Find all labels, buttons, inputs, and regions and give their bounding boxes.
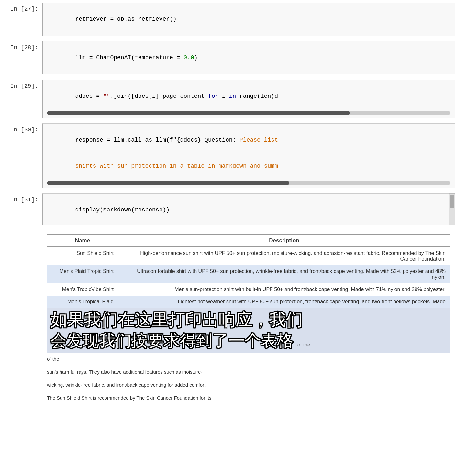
markdown-table: Name Description Sun Shield Shirt High-p… bbox=[47, 234, 450, 308]
summary-paragraph: of the bbox=[47, 353, 450, 366]
code-line-27-1: retriever = db.as_retriever() bbox=[47, 6, 450, 32]
code-string: and summ bbox=[250, 163, 278, 169]
cell-28: In [28]: llm = ChatOpenAI(temperature = … bbox=[0, 39, 455, 77]
subtitle-line1: 如果我们在这里打印出响应，我们 bbox=[47, 309, 450, 331]
code-text: i bbox=[218, 93, 229, 99]
code-line-30-1: response = llm.call_as_llm(f"{qdocs} Que… bbox=[47, 127, 450, 153]
table-row: Sun Shield Shirt High-performance sun sh… bbox=[47, 247, 450, 265]
summary-line-4: The Sun Shield Shirt is recommended by T… bbox=[47, 395, 211, 401]
scrollbar-thumb-30 bbox=[47, 181, 289, 185]
cell-content-30[interactable]: response = llm.call_as_llm(f"{qdocs} Que… bbox=[42, 123, 455, 188]
notebook: In [27]: retriever = db.as_retriever() I… bbox=[0, 0, 455, 411]
subtitle-line2-text: 会发现我们按要求得到了一个表格 bbox=[50, 332, 293, 350]
cell-content-29[interactable]: qdocs = "".join([docs[i].page_content fo… bbox=[42, 80, 455, 118]
output-cell-31: Name Description Sun Shield Shirt High-p… bbox=[0, 228, 455, 411]
cell-label-29: In [29]: bbox=[0, 80, 42, 93]
horizontal-scrollbar-30[interactable] bbox=[47, 181, 450, 185]
table-row: Men's Tropical Plaid Lightest hot-weathe… bbox=[47, 296, 450, 308]
summary-line-3: wicking, wrinkle-free fabric, and front/… bbox=[47, 382, 205, 388]
code-line-30-2: shirts with sun protection in a table in… bbox=[47, 153, 450, 179]
table-cell-desc: Men's sun-protection shirt with built-in… bbox=[118, 283, 450, 296]
code-keyword: for bbox=[208, 93, 218, 99]
table-header-description: Description bbox=[118, 234, 450, 247]
cell-content-31[interactable]: display(Markdown(response)) bbox=[42, 193, 449, 225]
summary-paragraph-4: The Sun Shield Shirt is recommended by T… bbox=[47, 391, 450, 404]
table-cell-name: Men's Plaid Tropic Shirt bbox=[47, 265, 118, 283]
table-cell-desc: Ultracomfortable shirt with UPF 50+ sun … bbox=[118, 265, 450, 283]
summary-paragraph-2: sun's harmful rays. They also have addit… bbox=[47, 366, 450, 379]
horizontal-scrollbar-29[interactable] bbox=[47, 111, 450, 115]
code-keyword: in bbox=[229, 93, 236, 99]
code-string: "" bbox=[103, 93, 110, 99]
table-cell-desc: Lightest hot-weather shirt with UPF 50+ … bbox=[118, 296, 450, 308]
table-cell-name: Men's Tropical Plaid bbox=[47, 296, 118, 308]
cell-label-28: In [28]: bbox=[0, 41, 42, 54]
summary-line-1: of the bbox=[47, 356, 59, 362]
scrollbar-thumb-29 bbox=[47, 111, 350, 115]
subtitle-line2: 会发现我们按要求得到了一个表格 of the bbox=[47, 331, 450, 351]
summary-line-2: sun's harmful rays. They also have addit… bbox=[47, 369, 202, 375]
output-label bbox=[0, 231, 42, 237]
cell-label-30: In [30]: bbox=[0, 123, 42, 136]
code-text: display(Markdown(response)) bbox=[75, 207, 170, 213]
cell-29: In [29]: qdocs = "".join([docs[i].page_c… bbox=[0, 77, 455, 121]
subtitle-suffix: of the bbox=[297, 342, 310, 347]
table-cell-desc: High-performance sun shirt with UPF 50+ … bbox=[118, 247, 450, 265]
summary-paragraph-3: wicking, wrinkle-free fabric, and front/… bbox=[47, 379, 450, 391]
cell-label-27: In [27]: bbox=[0, 3, 42, 16]
right-scrollbar[interactable] bbox=[449, 193, 455, 225]
code-string: Please list bbox=[239, 137, 278, 143]
cell-27: In [27]: retriever = db.as_retriever() bbox=[0, 0, 455, 39]
code-line-31-1: display(Markdown(response)) bbox=[47, 197, 444, 223]
cell-content-27[interactable]: retriever = db.as_retriever() bbox=[42, 3, 455, 36]
code-string: shirts with sun protection in a table in… bbox=[75, 163, 250, 169]
cell-label-31: In [31]: bbox=[0, 193, 42, 225]
table-header-name: Name bbox=[47, 234, 118, 247]
code-text: range(len(d bbox=[236, 93, 278, 99]
code-text: response = llm.call_as_llm(f"{qdocs} Que… bbox=[75, 137, 239, 143]
table-cell-name: Sun Shield Shirt bbox=[47, 247, 118, 265]
scrollbar-thumb-right bbox=[450, 195, 454, 208]
table-row: Men's TropicVibe Shirt Men's sun-protect… bbox=[47, 283, 450, 296]
code-text: retriever = db.as_retriever() bbox=[75, 16, 176, 22]
cell-30: In [30]: response = llm.call_as_llm(f"{q… bbox=[0, 121, 455, 191]
code-text: ) bbox=[194, 54, 198, 61]
code-line-28-1: llm = ChatOpenAI(temperature = 0.0) bbox=[47, 45, 450, 71]
cell-31: In [31]: display(Markdown(response)) bbox=[0, 191, 455, 228]
table-cell-name: Men's TropicVibe Shirt bbox=[47, 283, 118, 296]
output-content: Name Description Sun Shield Shirt High-p… bbox=[42, 231, 455, 408]
cell-content-28[interactable]: llm = ChatOpenAI(temperature = 0.0) bbox=[42, 41, 455, 74]
code-number: 0.0 bbox=[183, 54, 194, 61]
code-line-29-1: qdocs = "".join([docs[i].page_content fo… bbox=[47, 83, 450, 109]
subtitle-overlay: 如果我们在这里打印出响应，我们 会发现我们按要求得到了一个表格 of the bbox=[47, 308, 450, 353]
code-text: llm = ChatOpenAI(temperature = bbox=[75, 54, 183, 61]
code-text: .join([docs[i].page_content bbox=[110, 93, 208, 99]
table-row: Men's Plaid Tropic Shirt Ultracomfortabl… bbox=[47, 265, 450, 283]
code-text: qdocs = bbox=[75, 93, 103, 99]
